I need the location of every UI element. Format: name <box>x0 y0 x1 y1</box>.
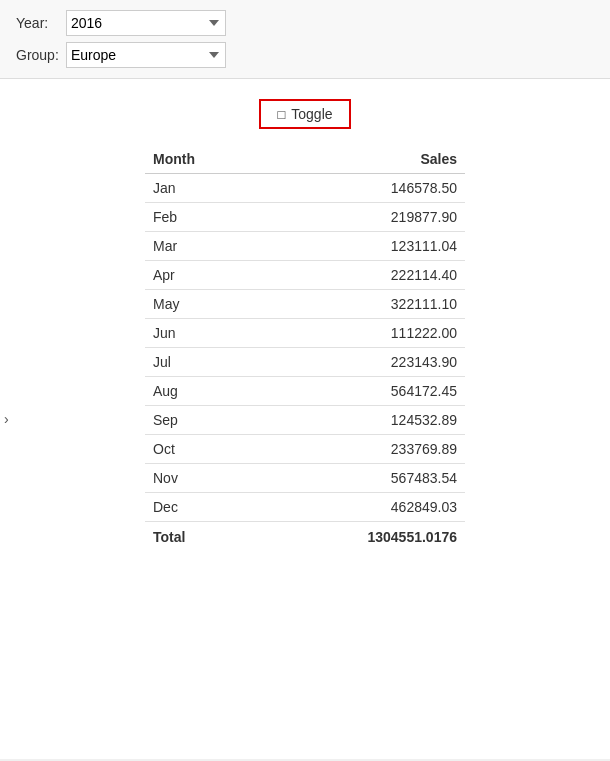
cell-sales: 567483.54 <box>258 464 465 493</box>
filter-bar: Year: 2016 2015 2014 2017 Group: Europe … <box>0 0 610 79</box>
toggle-label: Toggle <box>291 106 332 122</box>
total-value: 1304551.0176 <box>258 522 465 553</box>
total-row: Total 1304551.0176 <box>145 522 465 553</box>
cell-month: Apr <box>145 261 258 290</box>
cell-month: Mar <box>145 232 258 261</box>
cell-month: Sep <box>145 406 258 435</box>
table-row: Nov567483.54 <box>145 464 465 493</box>
col-month-header: Month <box>145 145 258 174</box>
toggle-button[interactable]: □ Toggle <box>259 99 350 129</box>
cell-sales: 124532.89 <box>258 406 465 435</box>
cell-sales: 146578.50 <box>258 174 465 203</box>
cell-sales: 219877.90 <box>258 203 465 232</box>
table-row: Oct233769.89 <box>145 435 465 464</box>
table-row: Dec462849.03 <box>145 493 465 522</box>
cell-month: Oct <box>145 435 258 464</box>
sales-table: Month Sales Jan146578.50Feb219877.90Mar1… <box>145 145 465 552</box>
cell-sales: 233769.89 <box>258 435 465 464</box>
table-row: Feb219877.90 <box>145 203 465 232</box>
year-filter-row: Year: 2016 2015 2014 2017 <box>16 10 594 36</box>
cell-sales: 462849.03 <box>258 493 465 522</box>
cell-sales: 111222.00 <box>258 319 465 348</box>
sidebar-arrow[interactable]: › <box>0 405 13 433</box>
group-select[interactable]: Europe Americas Asia Africa <box>66 42 226 68</box>
table-row: Jul223143.90 <box>145 348 465 377</box>
cell-month: May <box>145 290 258 319</box>
cell-sales: 222114.40 <box>258 261 465 290</box>
total-label: Total <box>145 522 258 553</box>
year-select[interactable]: 2016 2015 2014 2017 <box>66 10 226 36</box>
table-row: May322111.10 <box>145 290 465 319</box>
cell-month: Dec <box>145 493 258 522</box>
toggle-icon: □ <box>277 107 285 122</box>
table-row: Jan146578.50 <box>145 174 465 203</box>
main-content: › □ Toggle Month Sales Jan146578.50Feb21… <box>0 79 610 759</box>
toggle-btn-container: □ Toggle <box>0 99 610 129</box>
table-wrapper: Month Sales Jan146578.50Feb219877.90Mar1… <box>0 145 610 552</box>
table-row: Jun111222.00 <box>145 319 465 348</box>
cell-sales: 564172.45 <box>258 377 465 406</box>
cell-month: Jun <box>145 319 258 348</box>
table-row: Aug564172.45 <box>145 377 465 406</box>
table-row: Apr222114.40 <box>145 261 465 290</box>
table-header-row: Month Sales <box>145 145 465 174</box>
group-filter-row: Group: Europe Americas Asia Africa <box>16 42 594 68</box>
cell-sales: 123111.04 <box>258 232 465 261</box>
col-sales-header: Sales <box>258 145 465 174</box>
table-row: Mar123111.04 <box>145 232 465 261</box>
cell-sales: 322111.10 <box>258 290 465 319</box>
cell-month: Jan <box>145 174 258 203</box>
cell-sales: 223143.90 <box>258 348 465 377</box>
group-label: Group: <box>16 47 66 63</box>
cell-month: Feb <box>145 203 258 232</box>
table-row: Sep124532.89 <box>145 406 465 435</box>
cell-month: Nov <box>145 464 258 493</box>
cell-month: Jul <box>145 348 258 377</box>
cell-month: Aug <box>145 377 258 406</box>
year-label: Year: <box>16 15 66 31</box>
